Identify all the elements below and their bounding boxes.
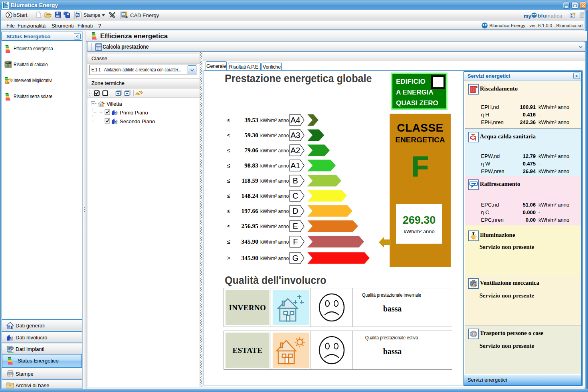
svg-text:B: B [293, 176, 298, 185]
svg-text:D: D [293, 207, 298, 215]
svg-text:A4: A4 [291, 116, 300, 124]
svg-text:W: W [76, 13, 79, 17]
svg-text:C: C [293, 191, 298, 200]
svg-text:E: E [293, 222, 298, 230]
svg-text:A1: A1 [291, 161, 300, 170]
svg-text:F: F [293, 237, 298, 246]
svg-text:G: G [292, 254, 299, 262]
svg-text:A3: A3 [291, 131, 300, 140]
svg-text:A2: A2 [291, 146, 300, 155]
